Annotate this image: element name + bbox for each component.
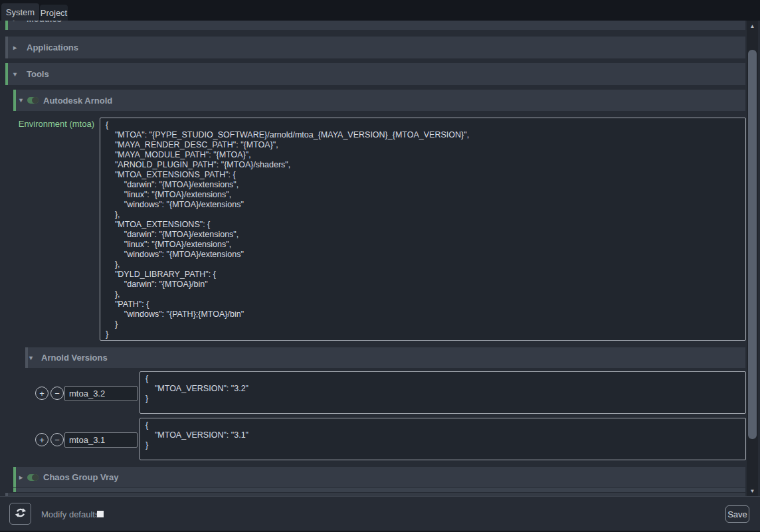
toggle-knob — [32, 97, 39, 104]
version-key-input[interactable] — [64, 432, 138, 448]
scroll-up-icon[interactable]: ▲ — [747, 21, 758, 31]
arnold-enabled-toggle[interactable] — [27, 97, 39, 104]
chevron-right-icon[interactable]: ▸ — [19, 474, 23, 481]
section-accent-bar — [13, 488, 16, 492]
group-label-arnold-versions: Arnold Versions — [41, 353, 108, 363]
version-value-editor[interactable]: { "MTOA_VERSION": "3.1" } — [140, 418, 746, 460]
group-header-chaos-group-vray[interactable]: ▸ Chaos Group Vray — [13, 467, 745, 488]
remove-version-button[interactable]: − — [50, 387, 64, 400]
group-header-arnold-versions[interactable]: ▾ Arnold Versions — [25, 347, 745, 368]
tab-system-label: System — [6, 7, 35, 17]
footer-bar: Modify defaults Save — [0, 496, 760, 531]
group-label-autodesk-arnold: Autodesk Arnold — [43, 96, 112, 106]
toggle-knob — [32, 474, 39, 481]
modify-defaults-label: Modify defaults — [41, 497, 99, 531]
settings-scroll-area: ▸ Modules ▸ Applications ▾ Tools ▾ Autod… — [0, 21, 760, 496]
group-label-chaos-group-vray: Chaos Group Vray — [43, 472, 118, 482]
settings-window: System Project ▸ Modules ▸ Applications … — [0, 0, 760, 532]
section-header-tools[interactable]: ▾ Tools — [5, 63, 745, 85]
chevron-right-icon[interactable]: ▸ — [13, 44, 17, 51]
section-label-modules: Modules — [27, 21, 62, 24]
vertical-scrollbar[interactable]: ▲ ▼ — [747, 21, 758, 496]
chevron-right-icon[interactable]: ▸ — [13, 21, 17, 23]
add-version-button[interactable]: + — [35, 387, 48, 400]
scroll-down-icon[interactable]: ▼ — [747, 486, 758, 496]
section-accent-bar — [5, 63, 8, 85]
section-label-applications: Applications — [27, 43, 78, 52]
section-header-modules[interactable]: ▸ Modules — [5, 21, 745, 30]
section-label-tools: Tools — [27, 69, 49, 79]
tab-system[interactable]: System — [1, 3, 39, 21]
section-accent-bar — [13, 467, 16, 488]
refresh-icon — [15, 507, 27, 521]
section-accent-bar — [5, 21, 8, 30]
modify-defaults-checkbox[interactable] — [97, 511, 104, 517]
section-header-applications[interactable]: ▸ Applications — [5, 37, 745, 58]
refresh-button[interactable] — [9, 503, 31, 525]
chevron-down-icon[interactable]: ▾ — [13, 71, 17, 78]
partial-section-strip — [13, 488, 745, 492]
version-key-input[interactable] — [64, 386, 138, 401]
scrollbar-thumb[interactable] — [748, 50, 757, 439]
save-button[interactable]: Save — [725, 505, 749, 523]
tab-project[interactable]: Project — [40, 5, 68, 21]
section-accent-bar — [25, 347, 28, 368]
remove-version-button[interactable]: − — [50, 433, 64, 446]
section-accent-bar — [5, 37, 8, 58]
version-value-editor[interactable]: { "MTOA_VERSION": "3.2" } — [140, 371, 746, 414]
tab-project-label: Project — [41, 8, 67, 18]
vray-enabled-toggle[interactable] — [27, 474, 39, 481]
chevron-down-icon[interactable]: ▾ — [29, 355, 33, 361]
add-version-button[interactable]: + — [35, 433, 48, 446]
environment-mtoa-label: Environment (mtoa) — [7, 119, 94, 129]
group-header-autodesk-arnold[interactable]: ▾ Autodesk Arnold — [13, 90, 745, 111]
chevron-down-icon[interactable]: ▾ — [19, 97, 23, 104]
tab-bar: System Project — [0, 0, 760, 21]
environment-mtoa-editor[interactable]: { "MTOA": "{PYPE_STUDIO_SOFTWARE}/arnold… — [100, 118, 746, 341]
section-accent-bar — [13, 90, 16, 111]
